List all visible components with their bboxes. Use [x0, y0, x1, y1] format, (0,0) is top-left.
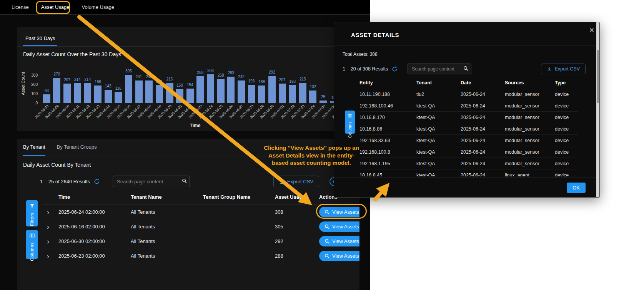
cell-tenant: ktest-QA [416, 115, 461, 120]
bar[interactable]: 932025-06-08 [42, 64, 52, 103]
bar[interactable]: 2922025-06-30 [267, 64, 277, 103]
bar[interactable]: 2072025-06-10 [62, 64, 72, 103]
bar[interactable]: 1932025-07-02 [287, 64, 298, 103]
tab-past-30-days[interactable]: Past 30 Days [23, 32, 57, 46]
row-expand-chevron[interactable]: › [42, 253, 58, 260]
scrollbar-thumb[interactable] [597, 50, 599, 103]
row-expand-chevron[interactable]: › [42, 238, 58, 245]
bar-rect[interactable] [227, 77, 235, 103]
bar-rect[interactable] [176, 89, 183, 103]
tab-license[interactable]: License [11, 0, 30, 14]
modal-export-csv-button[interactable]: Export CSV [541, 64, 586, 74]
col-type: Type [555, 80, 578, 85]
bar-rect[interactable] [217, 79, 225, 103]
bar[interactable]: 2152025-06-20 [165, 64, 175, 103]
bar[interactable]: 252025-07-05 [318, 64, 328, 103]
bar-rect[interactable] [74, 83, 81, 103]
modal-columns-button[interactable]: Columns [345, 111, 355, 134]
bar-rect[interactable] [207, 74, 214, 103]
bar-rect[interactable] [299, 83, 306, 103]
search-input[interactable] [113, 176, 190, 187]
bar-rect[interactable] [53, 78, 60, 103]
bar-rect[interactable] [258, 85, 265, 103]
bar-rect[interactable] [145, 80, 153, 103]
close-icon[interactable]: × [589, 26, 594, 34]
tenant-table-row: ›2025-06-30 02:00:00All Tenants292View A… [42, 234, 354, 249]
tab-by-tenant[interactable]: By Tenant [23, 139, 45, 156]
cell-entity: 10.11.190.188 [359, 92, 416, 97]
row-expand-chevron[interactable]: › [42, 209, 58, 216]
bar[interactable]: 1862025-06-13 [93, 64, 103, 103]
modal-body: Total Assets: 308 1 – 20 of 308 Results [334, 52, 599, 176]
bar[interactable]: 2422025-06-27 [236, 64, 246, 103]
bar[interactable]: 1162025-06-15 [113, 64, 123, 103]
bar[interactable]: 1542025-06-22 [185, 64, 195, 103]
columns-label: Columns [30, 242, 34, 261]
tab-volume-usage[interactable]: Volume Usage [81, 0, 115, 14]
chart-title: Daily Asset Count Over the Past 30 Days [17, 47, 359, 59]
cell-entity: 192.168.1.195 [359, 161, 416, 166]
modal-scrollbar[interactable] [596, 22, 599, 197]
modal-search-input[interactable] [408, 64, 471, 74]
bar[interactable]: 2142025-06-12 [83, 64, 93, 103]
bar[interactable]: 2702025-06-09 [52, 64, 62, 103]
bar[interactable]: 1502025-06-21 [175, 64, 185, 103]
columns-button[interactable]: Columns [26, 230, 38, 259]
export-csv-button[interactable]: Export CSV [273, 176, 319, 187]
bar[interactable]: 1432025-06-14 [103, 64, 113, 103]
refresh-icon[interactable] [94, 179, 100, 184]
cell-tenant-name: All Tenants [131, 238, 203, 244]
license-usage-app: License Asset Usage Volume Usage Past 30… [0, 0, 370, 290]
cell-date: 2025-06-24 [461, 173, 505, 177]
bar[interactable]: 2072025-07-01 [277, 64, 288, 103]
table-header: Time Tenant Name Tenant Group Name Asset… [42, 188, 354, 205]
bar-rect[interactable] [320, 101, 327, 103]
bar-rect[interactable] [94, 85, 102, 103]
bar-rect[interactable] [43, 94, 50, 103]
view-assets-button[interactable]: View Assets [319, 207, 359, 217]
bar-rect[interactable] [196, 76, 204, 103]
bar[interactable]: 1322025-07-04 [308, 64, 318, 103]
bar[interactable]: 2832025-06-26 [226, 64, 236, 103]
bar-rect[interactable] [268, 76, 276, 103]
bar-rect[interactable] [84, 83, 91, 103]
bar[interactable]: 2582025-06-25 [216, 64, 226, 103]
cell-tenant: ktest-QA [416, 138, 461, 143]
bar[interactable]: 2152025-07-03 [298, 64, 308, 103]
tab-asset-usage[interactable]: Asset Usage [40, 0, 70, 14]
asset-usage-chart-card: Past 30 Days Daily Asset Count Over the … [17, 27, 359, 131]
bar[interactable]: 1912025-06-19 [154, 64, 165, 103]
view-assets-button[interactable]: View Assets [319, 236, 359, 246]
bar-rect[interactable] [186, 89, 194, 103]
bar-rect[interactable] [63, 84, 71, 103]
bar[interactable]: 3082025-06-24 [205, 64, 216, 103]
bar-rect[interactable] [135, 80, 143, 103]
bar-rect[interactable] [238, 80, 245, 103]
bar-rect[interactable] [248, 85, 255, 103]
bar[interactable]: 1882025-06-29 [256, 64, 267, 103]
bar[interactable]: 3052025-06-16 [123, 64, 134, 103]
bar-rect[interactable] [166, 83, 173, 103]
bar[interactable]: 1962025-06-28 [246, 64, 257, 103]
bar[interactable]: 2882025-06-23 [195, 64, 206, 103]
filters-button[interactable]: Filters [26, 200, 38, 226]
row-expand-chevron[interactable]: › [42, 223, 58, 230]
bar-rect[interactable] [289, 85, 296, 103]
bar[interactable]: 2412025-06-17 [134, 64, 144, 103]
bar[interactable]: 2142025-06-11 [72, 64, 83, 103]
view-assets-button[interactable]: View Assets [319, 251, 359, 261]
bar-rect[interactable] [105, 90, 112, 103]
bar-rect[interactable] [115, 92, 122, 103]
tab-by-tenant-groups[interactable]: By Tenant Groups [57, 139, 97, 156]
modal-refresh-icon[interactable] [392, 66, 398, 72]
search-icon [182, 178, 187, 183]
bar-rect[interactable] [156, 85, 163, 103]
bar-value-label: 214 [85, 77, 91, 82]
bar-rect[interactable] [125, 75, 132, 103]
bar-rect[interactable] [309, 91, 316, 103]
bar[interactable]: 2432025-06-18 [144, 64, 154, 103]
ok-button[interactable]: OK [567, 183, 586, 193]
bar-value-label: 292 [269, 70, 275, 74]
bar-rect[interactable] [279, 84, 286, 103]
view-assets-button[interactable]: View Assets [319, 221, 359, 232]
